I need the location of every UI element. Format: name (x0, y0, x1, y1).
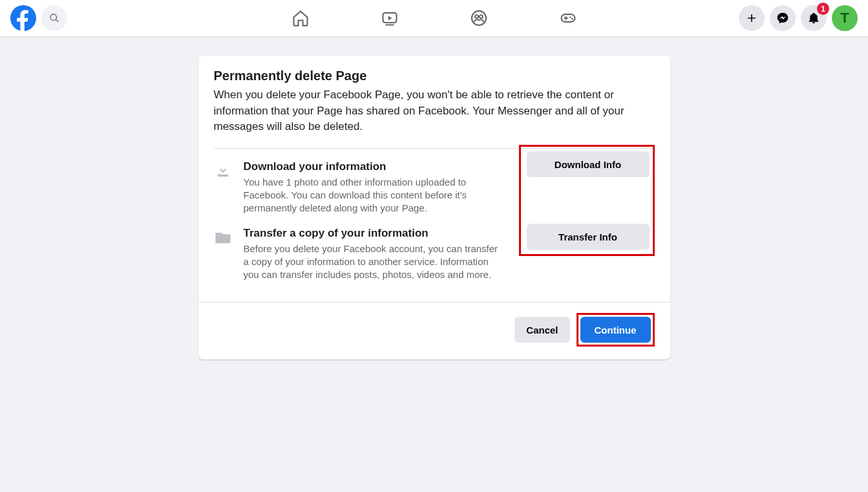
create-button[interactable] (739, 5, 765, 31)
nav-right: 1 T (739, 5, 858, 31)
transfer-info-button[interactable]: Transfer Info (527, 224, 650, 250)
page-body: Permanently delete Page When you delete … (0, 0, 868, 492)
messenger-icon (776, 12, 789, 25)
dialog-footer: Cancel Continue (198, 302, 670, 359)
svg-point-3 (471, 11, 485, 25)
avatar-initial: T (840, 10, 849, 27)
svg-point-7 (569, 17, 571, 19)
svg-rect-6 (561, 14, 575, 22)
nav-left (10, 5, 67, 31)
download-info-button[interactable]: Download Info (527, 151, 650, 177)
notification-badge: 1 (817, 3, 829, 15)
home-icon[interactable] (291, 9, 310, 27)
gaming-icon[interactable] (559, 9, 577, 27)
top-nav: 1 T (0, 0, 868, 36)
search-button[interactable] (41, 5, 67, 31)
facebook-logo-icon[interactable] (10, 5, 36, 31)
transfer-body: Before you delete your Facebook account,… (244, 242, 502, 282)
delete-page-card: Permanently delete Page When you delete … (198, 56, 670, 359)
profile-avatar[interactable]: T (832, 5, 858, 31)
continue-highlight: Continue (577, 313, 655, 347)
dialog-title: Permanently delete Page (214, 69, 655, 83)
download-icon (214, 162, 232, 180)
cancel-button[interactable]: Cancel (514, 317, 569, 343)
dialog-description: When you delete your Facebook Page, you … (214, 87, 655, 135)
nav-center-tabs (291, 9, 577, 27)
watch-icon[interactable] (381, 9, 399, 27)
svg-point-5 (479, 15, 482, 18)
search-icon (49, 13, 59, 23)
download-title: Download your information (244, 160, 507, 173)
bell-icon (807, 12, 820, 25)
svg-point-8 (571, 18, 573, 20)
action-buttons-highlight: Download Info Transfer Info (519, 145, 655, 256)
transfer-icon (214, 228, 232, 246)
svg-point-4 (474, 15, 478, 18)
groups-icon[interactable] (470, 9, 488, 27)
transfer-title: Transfer a copy of your information (244, 227, 507, 240)
continue-button[interactable]: Continue (580, 317, 651, 343)
notifications-button[interactable]: 1 (801, 5, 827, 31)
download-body: You have 1 photo and other information u… (244, 176, 502, 215)
messenger-button[interactable] (770, 5, 796, 31)
plus-icon (745, 12, 758, 25)
